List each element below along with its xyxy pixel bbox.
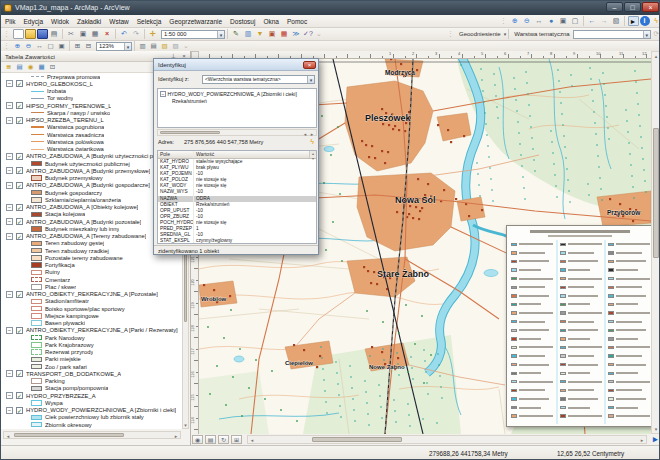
identify-icon[interactable]: i bbox=[640, 16, 650, 26]
toc-symbol-row[interactable]: Plac / skwer bbox=[1, 283, 183, 290]
delete-icon[interactable]: × bbox=[102, 29, 113, 39]
toc-symbol-row[interactable]: Stadion/amfiteatr bbox=[1, 298, 183, 305]
toolbar-grip[interactable]: ⋮ bbox=[447, 30, 454, 38]
previous-extent-icon[interactable]: ← bbox=[587, 16, 598, 26]
continue-arrow-icon[interactable]: ▸ bbox=[653, 435, 658, 444]
menu-item-6[interactable]: Geoprzetwarzanie bbox=[165, 15, 226, 28]
layer-checkbox[interactable]: ✓ bbox=[16, 117, 23, 124]
collapse-icon[interactable]: − bbox=[6, 327, 13, 334]
toc-symbol-row[interactable]: Stacja pomp/pompownia bbox=[1, 385, 183, 392]
toc-symbol-row[interactable]: Zbiornik okresowy bbox=[1, 421, 183, 428]
toolbar-grip[interactable]: ⋮ bbox=[3, 30, 10, 38]
flash-feature-icon[interactable]: ϟ bbox=[310, 138, 314, 145]
collapse-icon[interactable]: − bbox=[6, 392, 13, 399]
toc-symbol-row[interactable]: Park Narodowy bbox=[1, 334, 183, 341]
zoom-out-icon[interactable]: ⊖ bbox=[522, 16, 533, 26]
toggle-draft-mode-icon[interactable]: ▥ bbox=[138, 41, 148, 51]
fixed-zoom-out-page-icon[interactable]: ⊟ bbox=[84, 41, 94, 51]
toc-symbol-row[interactable]: Ciek powierzchniowy lub zbiornik stały bbox=[1, 414, 183, 421]
open-folder-icon[interactable] bbox=[25, 29, 36, 39]
menu-item-1[interactable]: Edycja bbox=[19, 15, 47, 28]
identify-attribute-row[interactable]: STAT_EKSPLczynny/żeglowny bbox=[158, 238, 316, 244]
scroll-right-icon[interactable]: ▸ bbox=[639, 437, 645, 443]
collapse-icon[interactable]: − bbox=[6, 370, 13, 377]
layer-checkbox[interactable]: ✓ bbox=[16, 407, 23, 414]
new-document-icon[interactable] bbox=[13, 29, 24, 39]
identify-from-combo[interactable]: <Wierzchnia warstwa tematyczna> ▾ bbox=[202, 75, 315, 84]
data-view-button[interactable]: ◉ bbox=[192, 435, 203, 444]
identify-tree-scrollbar[interactable]: ◂ ▸ bbox=[157, 129, 317, 136]
map-vertical-scrollbar[interactable]: ▴ ▾ bbox=[651, 51, 660, 434]
collapse-icon[interactable]: − bbox=[6, 80, 13, 87]
table-scrollbar[interactable]: ▴▾ bbox=[309, 151, 316, 158]
pan-icon[interactable]: ↔ bbox=[534, 16, 545, 26]
georeferencing-menu[interactable]: Geoodniesienie bbox=[456, 31, 504, 37]
collapse-icon[interactable]: − bbox=[6, 218, 13, 225]
layer-checkbox[interactable]: ✓ bbox=[16, 167, 23, 174]
layout-zoom-in-icon[interactable]: ⊕ bbox=[13, 41, 23, 51]
menu-item-2[interactable]: Widok bbox=[47, 15, 73, 28]
toc-symbol-row[interactable]: Ruiny bbox=[1, 269, 183, 276]
identify-tree-child[interactable]: Rzeka/strumień bbox=[172, 98, 207, 104]
toc-horizontal-scrollbar[interactable]: ◂ ▸ bbox=[3, 431, 181, 439]
arctoolbox-icon[interactable]: ▦ bbox=[279, 29, 290, 39]
collapse-icon[interactable]: − bbox=[6, 407, 13, 414]
identify-attributes-table[interactable]: Pole Wartość ▴▾ KAT_HYDROstałe/nie wysyc… bbox=[157, 150, 317, 244]
list-by-selection-icon[interactable]: ▦ bbox=[37, 62, 47, 72]
copy-icon[interactable]: ▣ bbox=[78, 29, 89, 39]
editor-pencil-icon[interactable]: ✎ bbox=[231, 29, 242, 39]
toc-symbol-row[interactable]: Miejsce kampingowe bbox=[1, 312, 183, 319]
collapse-icon[interactable]: − bbox=[6, 167, 13, 174]
list-by-visibility-icon[interactable]: ◉ bbox=[26, 62, 36, 72]
layer-checkbox[interactable]: ✓ bbox=[16, 204, 23, 211]
layer-combo[interactable]: ▾ bbox=[573, 30, 651, 39]
toc-symbol-row[interactable]: Park Krajobrazowy bbox=[1, 341, 183, 348]
search-window-icon[interactable]: ▣ bbox=[267, 29, 278, 39]
hyperlink-icon[interactable]: ϟ bbox=[651, 16, 660, 26]
toc-symbol-row[interactable]: Rezerwat przyrody bbox=[1, 349, 183, 356]
refresh-view-button[interactable]: ↻ bbox=[218, 435, 229, 444]
scroll-thumb[interactable] bbox=[312, 437, 402, 442]
data-driven-pages-icon[interactable]: ▨ bbox=[171, 41, 181, 51]
layer-checkbox[interactable]: ✓ bbox=[16, 102, 23, 109]
model-builder-icon[interactable]: ✓? bbox=[303, 29, 314, 39]
catalog-icon[interactable]: ▼ bbox=[255, 29, 266, 39]
toc-layer-row[interactable]: −✓HYDRO_WODY_POWIERZCHNIOWE_A [Zbiorniki… bbox=[1, 407, 183, 414]
toc-symbol-row[interactable]: Wyspa bbox=[1, 399, 183, 406]
toc-symbol-row[interactable]: Parki miejskie bbox=[1, 356, 183, 363]
list-by-drawing-order-icon[interactable]: ≣ bbox=[4, 62, 14, 72]
toc-symbol-row[interactable]: Basen pływacki bbox=[1, 320, 183, 327]
chevron-down-icon[interactable]: ▾ bbox=[643, 31, 650, 38]
scroll-down-icon[interactable]: ▾ bbox=[652, 426, 660, 432]
fixed-zoom-in-page-icon[interactable]: ⊞ bbox=[73, 41, 83, 51]
close-button[interactable]: × bbox=[642, 2, 659, 12]
close-icon[interactable]: × bbox=[303, 61, 316, 69]
layer-checkbox[interactable]: ✓ bbox=[16, 80, 23, 87]
layer-checkbox[interactable]: ✓ bbox=[16, 327, 23, 334]
select-features-icon[interactable]: ▧ bbox=[611, 16, 622, 26]
collapse-icon[interactable]: − bbox=[6, 233, 13, 240]
layer-checkbox[interactable]: ✓ bbox=[16, 153, 23, 160]
scroll-thumb[interactable] bbox=[653, 128, 659, 258]
toc-layer-row[interactable]: −✓ANTRO_OBIEKTY_REKREACYJNE_A [Parki / R… bbox=[1, 327, 183, 334]
paste-icon[interactable]: ▦ bbox=[90, 29, 101, 39]
scroll-down-icon[interactable]: ▾ bbox=[183, 422, 188, 428]
layer-checkbox[interactable]: ✓ bbox=[16, 218, 23, 225]
toc-symbol-row[interactable]: Cmentarz bbox=[1, 276, 183, 283]
scroll-right-icon[interactable]: ▸ bbox=[309, 131, 315, 137]
collapse-icon[interactable]: − bbox=[6, 153, 13, 160]
zoom-in-icon[interactable]: ⊕ bbox=[510, 16, 521, 26]
zoom-100-icon[interactable]: ▣ bbox=[57, 41, 67, 51]
next-extent-icon[interactable]: → bbox=[599, 16, 610, 26]
chevron-down-icon[interactable]: ▾ bbox=[217, 31, 224, 38]
print-icon[interactable]: ▤ bbox=[49, 29, 60, 39]
layer-checkbox[interactable]: ✓ bbox=[16, 291, 23, 298]
toc-options-icon[interactable]: ⊡ bbox=[48, 62, 58, 72]
python-window-icon[interactable]: ≫ bbox=[291, 29, 302, 39]
maximize-button[interactable]: □ bbox=[624, 2, 641, 12]
toc-symbol-row[interactable]: Boisko sportowe/plac sportowy bbox=[1, 305, 183, 312]
toc-symbol-row[interactable]: Zoo / park safari bbox=[1, 363, 183, 370]
fixed-zoom-out-icon[interactable]: ▢ bbox=[570, 16, 581, 26]
zoom-whole-page-icon[interactable]: ▢ bbox=[46, 41, 56, 51]
collapse-icon[interactable]: − bbox=[6, 117, 13, 124]
